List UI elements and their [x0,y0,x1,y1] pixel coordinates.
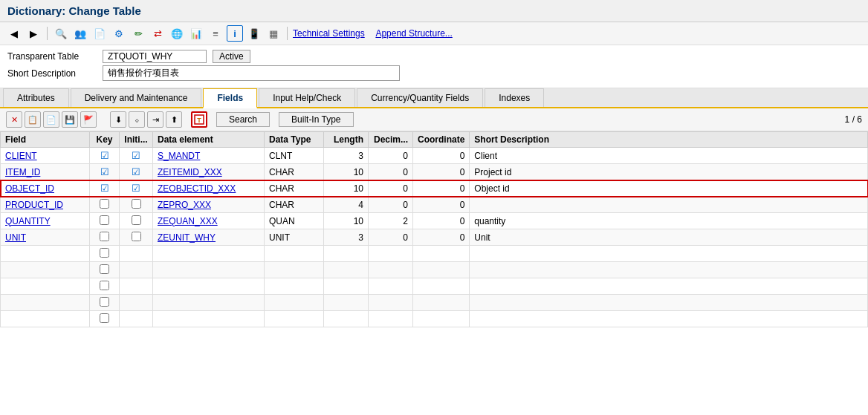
short-desc-value: Client [474,151,497,161]
data-element-link[interactable]: ZEUNIT_WHY [158,232,216,243]
table-row[interactable] [1,278,868,295]
init-checkbox[interactable] [132,215,141,225]
copy-icon-btn[interactable]: 📄 [91,25,108,42]
col-header-coord: Coordinate [413,132,470,148]
technical-settings-link[interactable]: Technical Settings [293,28,365,39]
delete-row-btn[interactable]: ✕ [6,111,22,128]
table-row[interactable]: QUANTITYZEQUAN_XXXQUAN1020quantity [1,213,868,229]
table-row[interactable] [1,311,868,327]
data-element-link[interactable]: ZEPRO_XXX [158,200,211,210]
move-to-btn[interactable]: ⬦ [129,111,145,128]
decim-value: 0 [403,232,408,243]
init-checkbox[interactable]: ☑ [132,183,140,194]
tab-fields[interactable]: Fields [203,88,257,108]
field-link[interactable]: PRODUCT_ID [5,200,63,210]
length-value: 10 [354,216,363,226]
coord-value: 0 [460,183,465,194]
key-checkbox[interactable] [100,264,109,274]
field-link[interactable]: OBJECT_ID [5,183,54,194]
tab-input-help[interactable]: Input Help/Check [259,88,355,107]
move-up-sub-btn[interactable]: ⇥ [147,111,163,128]
data-element-link[interactable]: S_MANDT [158,151,200,161]
paste-row-btn[interactable]: 📄 [43,111,59,128]
grid-icon-btn[interactable]: ▦ [265,25,282,42]
key-checkbox[interactable]: ☑ [100,183,109,194]
tab-attributes[interactable]: Attributes [3,88,69,107]
coord-value: 0 [460,200,465,210]
page-indicator: 1 / 6 [845,114,862,125]
table-row[interactable]: OBJECT_ID☑☑ZEOBJECTID_XXXCHAR1000Object … [1,180,868,197]
field-link[interactable]: QUANTITY [5,216,51,226]
data-type-value: CHAR [269,167,294,177]
move-down-btn[interactable]: ⬇ [110,111,126,128]
decim-value: 0 [403,200,408,210]
transparent-table-value: ZTQUOTI_WHY [103,50,207,63]
predefined-type-btn[interactable]: T [191,111,207,128]
key-checkbox[interactable]: ☑ [100,150,109,161]
init-checkbox[interactable] [132,199,141,209]
table-row[interactable] [1,262,868,278]
mobile-icon-btn[interactable]: 📱 [246,25,262,42]
data-element-link[interactable]: ZEITEMID_XXX [158,167,222,177]
edit-icon-btn[interactable]: ✏ [130,25,146,42]
append-structure-link[interactable]: Append Structure... [375,28,452,39]
length-value: 3 [358,151,363,161]
table-icon-btn[interactable]: 📊 [188,25,204,42]
fields-toolbar: ✕ 📋 📄 💾 🚩 ⬇ ⬦ ⇥ ⬆ T Search Built-In Type… [0,108,868,131]
tab-indexes[interactable]: Indexes [485,88,544,107]
back-button[interactable]: ◀ [6,25,22,42]
hierarchy-icon-btn[interactable]: 🌐 [169,25,185,42]
key-checkbox[interactable] [100,199,109,209]
key-checkbox[interactable] [100,248,109,258]
fields-table: Field Key Initi... Data element Data Typ… [0,131,868,327]
length-value: 10 [354,183,363,194]
key-checkbox[interactable] [100,281,109,290]
table-row[interactable]: CLIENT☑☑S_MANDTCLNT300Client [1,148,868,164]
data-type-value: CHAR [269,200,294,210]
col-header-data-type: Data Type [265,132,324,148]
length-value: 4 [358,200,363,210]
short-desc-value: 销售报价行项目表 [103,65,400,81]
col-header-key: Key [90,132,120,148]
col-header-data-element: Data element [153,132,265,148]
data-type-value: CLNT [269,151,292,161]
field-link[interactable]: UNIT [5,232,26,243]
key-checkbox[interactable] [100,297,109,307]
table-row[interactable]: ITEM_ID☑☑ZEITEMID_XXXCHAR1000Project id [1,164,868,180]
data-element-link[interactable]: ZEOBJECTID_XXX [158,183,236,194]
save-row-btn[interactable]: 💾 [62,111,78,128]
col-header-field: Field [1,132,90,148]
switch-icon-btn[interactable]: ⇄ [149,25,166,42]
key-checkbox[interactable] [100,232,109,241]
table-row[interactable]: UNITZEUNIT_WHYUNIT300Unit [1,229,868,246]
settings-icon-btn[interactable]: ⚙ [111,25,127,42]
transparent-table-label: Transparent Table [7,51,97,62]
table-row[interactable] [1,246,868,262]
data-type-value: QUAN [269,216,295,226]
key-checkbox[interactable] [100,313,109,323]
list-icon-btn[interactable]: ≡ [207,25,224,42]
key-checkbox[interactable]: ☑ [100,166,109,177]
init-checkbox[interactable]: ☑ [132,166,140,177]
table-row[interactable]: PRODUCT_IDZEPRO_XXXCHAR400 [1,197,868,213]
forward-button[interactable]: ▶ [25,25,42,42]
field-link[interactable]: CLIENT [5,151,37,161]
tab-currency[interactable]: Currency/Quantity Fields [357,88,483,107]
key-checkbox[interactable] [100,215,109,225]
status-badge: Active [213,50,250,63]
table-row[interactable] [1,295,868,311]
builtin-type-button[interactable]: Built-In Type [279,112,353,127]
init-checkbox[interactable]: ☑ [132,150,140,161]
title-bar: Dictionary: Change Table [0,0,868,22]
tab-delivery[interactable]: Delivery and Maintenance [71,88,202,107]
search-icon-btn[interactable]: 🔍 [53,25,69,42]
move-top-btn[interactable]: ⬆ [166,111,182,128]
copy-row-btn[interactable]: 📋 [25,111,41,128]
search-button[interactable]: Search [216,112,270,127]
users-icon-btn[interactable]: 👥 [72,25,88,42]
flag-btn[interactable]: 🚩 [80,111,97,128]
info-icon-btn[interactable]: i [227,25,243,42]
field-link[interactable]: ITEM_ID [5,167,40,177]
init-checkbox[interactable] [132,232,141,241]
data-element-link[interactable]: ZEQUAN_XXX [158,216,218,226]
